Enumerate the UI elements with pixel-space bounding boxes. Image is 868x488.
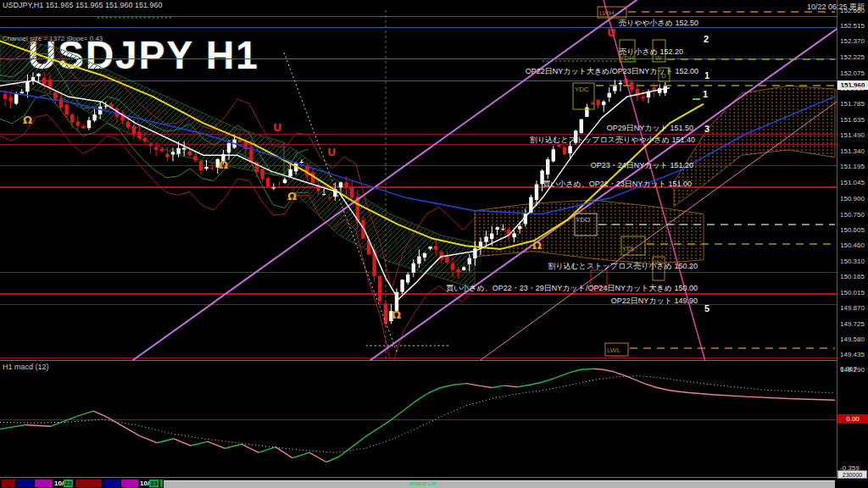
axis-tick: 150.310 bbox=[840, 258, 865, 265]
panel-separator-top[interactable] bbox=[0, 360, 868, 361]
svg-text:YDC: YDC bbox=[575, 86, 589, 93]
session-color-segment bbox=[103, 480, 120, 487]
svg-text:Ω: Ω bbox=[392, 308, 401, 321]
svg-text:Ω: Ω bbox=[219, 158, 228, 171]
svg-text:Ω: Ω bbox=[287, 190, 297, 202]
symbol-ohlc-readout: USDJPY,H1 151.965 151.965 151.960 151.96… bbox=[3, 1, 163, 9]
axis-tick: 150.460 bbox=[840, 241, 865, 249]
session-color-segment bbox=[160, 480, 163, 487]
macd-indicator-label: H1 macd (12) bbox=[3, 363, 49, 371]
axis-tick: 152.225 bbox=[840, 53, 865, 61]
svg-text:U: U bbox=[607, 26, 616, 39]
axis-tick: 152.075 bbox=[840, 69, 865, 77]
time-axis[interactable]: macd Ok 10/2210/23 bbox=[0, 479, 868, 488]
svg-text:1: 1 bbox=[703, 89, 708, 99]
svg-text:YDH: YDH bbox=[620, 54, 634, 62]
panel-separator-bottom bbox=[0, 477, 868, 478]
svg-text:2: 2 bbox=[704, 34, 709, 44]
axis-tick: 151.635 bbox=[840, 116, 865, 124]
price-axis[interactable]: 151.960 0.367 0.00 -0.359 230000 152.660… bbox=[837, 0, 868, 488]
macd-zero-box: 0.00 bbox=[837, 414, 868, 424]
svg-text:1MH: 1MH bbox=[591, 283, 605, 291]
svg-text:U: U bbox=[273, 121, 282, 134]
svg-text:LWL: LWL bbox=[607, 347, 620, 354]
axis-tick: 151.490 bbox=[840, 131, 865, 139]
axis-tick: 150.900 bbox=[840, 195, 865, 202]
svg-text:3: 3 bbox=[704, 124, 709, 134]
axis-tick: 150.750 bbox=[840, 211, 865, 219]
axis-tick: 151.195 bbox=[840, 163, 865, 170]
svg-text:LWH: LWH bbox=[599, 9, 614, 17]
bottom-value-box: 230000 bbox=[837, 470, 867, 479]
channel-info-label: Channel size = 1372 Slope= 0.43 bbox=[3, 35, 103, 42]
horizontal-scrollbar[interactable] bbox=[164, 480, 835, 488]
main-price-chart[interactable]: LWHYDHWYDCDYDOYDLW1MHLWLΩΩΩΩΩUUU21135 bbox=[0, 0, 837, 364]
svg-text:D: D bbox=[661, 72, 666, 80]
update-timestamp: 10/22 06:25 更新 bbox=[807, 2, 865, 13]
axis-tick: 151.930 bbox=[840, 85, 865, 92]
macd-status-text: macd Ok bbox=[409, 480, 437, 487]
svg-text:W: W bbox=[655, 54, 662, 62]
axis-tick: 151.785 bbox=[840, 100, 865, 108]
axis-tick: 150.165 bbox=[840, 273, 865, 280]
svg-text:W: W bbox=[654, 258, 661, 266]
svg-text:U: U bbox=[327, 146, 337, 158]
session-color-segment bbox=[35, 480, 53, 487]
date-label: 10/22 bbox=[54, 480, 73, 487]
axis-tick: 149.725 bbox=[840, 320, 865, 328]
axis-tick: 149.580 bbox=[840, 336, 865, 343]
svg-text:1: 1 bbox=[704, 70, 709, 80]
macd-indicator-panel[interactable] bbox=[0, 360, 837, 479]
axis-tick: 152.515 bbox=[840, 22, 865, 30]
svg-text:YDO: YDO bbox=[576, 216, 590, 224]
axis-tick: 151.340 bbox=[840, 147, 865, 155]
axis-tick: 150.015 bbox=[840, 289, 865, 297]
axis-tick: 152.370 bbox=[840, 37, 865, 45]
svg-text:YDL: YDL bbox=[622, 245, 636, 252]
axis-tick: 151.045 bbox=[840, 179, 865, 186]
svg-text:5: 5 bbox=[704, 303, 709, 313]
svg-text:Ω: Ω bbox=[532, 239, 542, 252]
axis-tick: 149.290 bbox=[840, 366, 865, 374]
session-color-segment bbox=[2, 480, 15, 487]
session-color-segment bbox=[121, 480, 138, 487]
axis-tick: 149.435 bbox=[840, 351, 865, 358]
session-color-segment bbox=[75, 480, 102, 487]
axis-tick: 149.870 bbox=[840, 304, 865, 312]
mt4-chart-window: USDJPY H1 LWHYDHWYDCDYDOYDLW1MHLWLΩΩΩΩΩU… bbox=[0, 0, 868, 488]
axis-tick: 150.605 bbox=[840, 226, 865, 234]
session-color-segment bbox=[16, 480, 34, 487]
date-label: 10/23 bbox=[140, 480, 159, 487]
svg-text:Ω: Ω bbox=[23, 114, 32, 126]
